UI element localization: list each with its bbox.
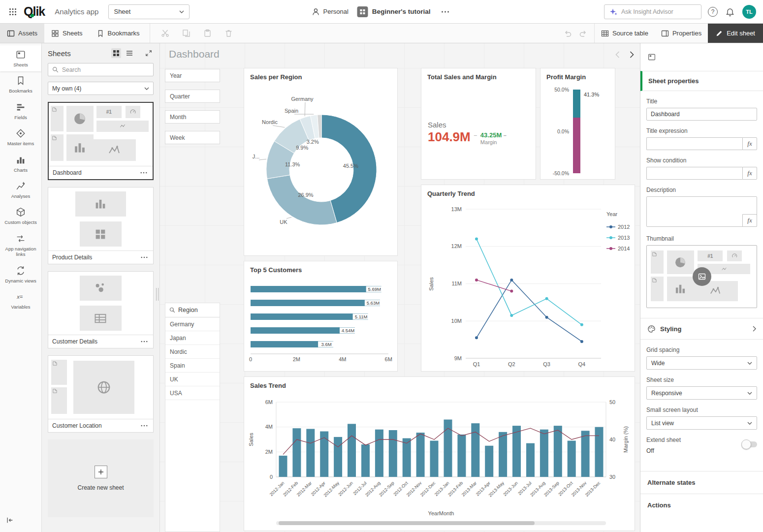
svg-text:2013-Sep: 2013-Sep xyxy=(543,480,560,498)
svg-text:UK: UK xyxy=(280,219,287,225)
properties-button[interactable]: Properties xyxy=(655,24,708,43)
small-screen-layout-select[interactable]: List view xyxy=(646,416,757,430)
chart-title: Quarterly Trend xyxy=(421,185,635,199)
sheets-search-input[interactable] xyxy=(62,66,149,73)
create-new-sheet-button[interactable]: Create new sheet xyxy=(48,439,154,517)
region-item-japan[interactable]: Japan xyxy=(165,331,220,345)
left-icon-rail: SheetsBookmarksFieldsMaster itemsChartsA… xyxy=(0,43,42,532)
region-item-spain[interactable]: Spain xyxy=(165,359,220,373)
chart-profit-margin[interactable]: Profit Margin 50.0% 0.0% -50.0% 41.3% xyxy=(540,68,615,180)
insight-advisor-input[interactable] xyxy=(621,8,696,15)
thumb-tile-num: #1 xyxy=(96,106,122,118)
title-expression-input[interactable] xyxy=(646,137,742,150)
rail-item-app-navigation-links[interactable]: App navigation links xyxy=(0,229,41,261)
tab-bookmarks[interactable]: Bookmarks xyxy=(90,24,147,43)
tab-sheets[interactable]: Sheets xyxy=(44,24,89,43)
chart-total-sales-margin[interactable]: Total Sales and Margin Sales 104.9M – 43… xyxy=(421,68,536,180)
sheet-card-menu-button[interactable] xyxy=(139,423,149,428)
region-item-germany[interactable]: Germany xyxy=(165,317,220,331)
app-switcher-button[interactable] xyxy=(7,6,19,18)
sheet-card-menu-button[interactable] xyxy=(139,255,149,260)
collapse-rail-button[interactable] xyxy=(0,513,41,527)
cut-button[interactable] xyxy=(159,27,171,39)
description-textarea[interactable] xyxy=(646,196,757,227)
grid-spacing-select[interactable]: Wide xyxy=(646,356,757,370)
extend-sheet-toggle[interactable] xyxy=(742,441,757,447)
sheet-card-product-details[interactable]: Product Details xyxy=(48,187,154,264)
chart-title: Sales per Region xyxy=(244,68,397,83)
rail-item-custom-objects[interactable]: Custom objects xyxy=(0,203,41,229)
sheet-card-menu-button[interactable] xyxy=(139,170,149,175)
region-item-nordic[interactable]: Nordic xyxy=(165,345,220,359)
filter-week[interactable]: Week xyxy=(165,131,220,144)
thumbnail-preview[interactable]: #1 xyxy=(646,245,757,308)
grid-view-button[interactable] xyxy=(111,48,121,58)
show-condition-fx-button[interactable]: fx xyxy=(742,167,757,180)
alternate-states-section[interactable]: Alternate states xyxy=(640,471,763,494)
panel-resize-handle[interactable] xyxy=(156,288,159,301)
rail-item-label: Master items xyxy=(7,141,34,146)
personal-space-menu[interactable]: Personal xyxy=(312,8,348,16)
user-avatar[interactable]: TL xyxy=(742,5,756,19)
chart-sales-trend[interactable]: Sales Trend 02M4M6M3040502012-Jan2012-Fe… xyxy=(244,376,635,531)
app-title[interactable]: Beginner's tutorial xyxy=(357,6,431,17)
actions-section[interactable]: Actions xyxy=(640,494,763,516)
sheet-size-select[interactable]: Responsive xyxy=(646,386,757,400)
expand-panel-button[interactable] xyxy=(144,48,154,58)
qlik-logo[interactable]: Qlik xyxy=(24,5,49,18)
filter-quarter[interactable]: Quarter xyxy=(165,90,220,103)
sheet-nav-dropdown[interactable]: Sheet xyxy=(108,4,190,19)
thumb-tile-scatter xyxy=(80,276,122,301)
undo-button[interactable] xyxy=(561,24,575,43)
sheet-card-customer-details[interactable]: Customer Details xyxy=(48,271,154,348)
rail-item-analyses[interactable]: Analyses xyxy=(0,177,41,203)
title-label: Title xyxy=(646,98,757,105)
title-expression-fx-button[interactable]: fx xyxy=(742,137,757,150)
rail-item-bookmarks[interactable]: Bookmarks xyxy=(0,71,41,97)
delete-button[interactable] xyxy=(223,27,235,39)
previous-sheet-chevron[interactable] xyxy=(614,50,621,59)
rail-item-label: Bookmarks xyxy=(9,88,32,94)
filter-region-listbox[interactable]: Region GermanyJapanNordicSpainUKUSA xyxy=(165,303,220,532)
description-fx-button[interactable]: fx xyxy=(742,214,757,227)
list-view-button[interactable] xyxy=(125,48,134,58)
region-listbox-header[interactable]: Region xyxy=(165,303,220,317)
sheets-panel: Sheets My own (4) #1DashboardProduct Det… xyxy=(42,43,160,532)
tab-assets[interactable]: Assets xyxy=(0,24,44,43)
thumb-tile-fold xyxy=(51,360,67,385)
show-condition-input[interactable] xyxy=(646,167,742,180)
sheets-filter-dropdown[interactable]: My own (4) xyxy=(48,82,154,95)
filter-year[interactable]: Year xyxy=(165,69,220,82)
next-sheet-chevron[interactable] xyxy=(629,50,635,59)
insight-advisor-search[interactable] xyxy=(604,4,701,19)
thumb-tile-fold xyxy=(51,134,63,161)
paste-button[interactable] xyxy=(201,27,214,39)
chart-quarterly-trend[interactable]: Quarterly Trend 9M10M11M12M13MQ1Q2Q3Q4Sa… xyxy=(421,185,635,372)
chart-sales-per-region[interactable]: Sales per Region 45.5%26.9%11.3%9.9%3.2%… xyxy=(244,68,398,256)
styling-section-button[interactable]: Styling xyxy=(640,318,763,340)
sheets-search[interactable] xyxy=(48,63,154,76)
sheet-card-menu-button[interactable] xyxy=(139,339,149,344)
sheet-card-dashboard[interactable]: #1Dashboard xyxy=(48,102,154,180)
rail-item-fields[interactable]: Fields xyxy=(0,98,41,124)
title-input[interactable] xyxy=(646,108,757,121)
rail-item-variables[interactable]: x=Variables xyxy=(0,287,41,313)
filter-month[interactable]: Month xyxy=(165,110,220,124)
help-button[interactable]: ? xyxy=(708,7,718,17)
rail-item-master-items[interactable]: Master items xyxy=(0,124,41,150)
redo-button[interactable] xyxy=(575,24,590,43)
edit-sheet-button[interactable]: Edit sheet xyxy=(708,24,763,43)
rail-item-dynamic-views[interactable]: Dynamic views xyxy=(0,261,41,287)
region-item-usa[interactable]: USA xyxy=(165,386,220,400)
sheet-card-customer-location[interactable]: Customer Location xyxy=(48,355,154,433)
change-image-button[interactable] xyxy=(693,267,711,286)
copy-button[interactable] xyxy=(180,27,192,39)
rail-item-sheets[interactable]: Sheets xyxy=(0,45,41,71)
source-table-button[interactable]: Source table xyxy=(595,24,655,43)
pencil-icon xyxy=(716,30,723,37)
chart-top5-customers[interactable]: Top 5 Customers 5.69M5.63M5.11M4.54M3.6M… xyxy=(244,261,398,372)
notifications-button[interactable] xyxy=(724,5,736,18)
more-menu-button[interactable] xyxy=(440,9,451,15)
region-item-uk[interactable]: UK xyxy=(165,373,220,386)
rail-item-charts[interactable]: Charts xyxy=(0,151,41,177)
